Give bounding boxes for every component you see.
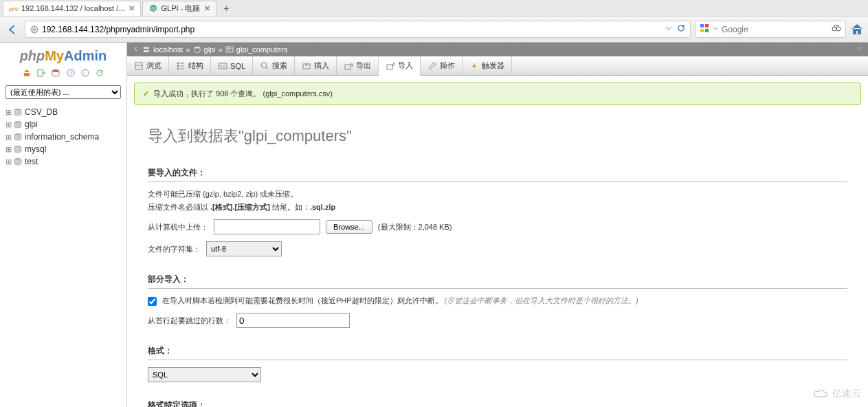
tab-import[interactable]: 导入 bbox=[379, 56, 421, 76]
structure-icon bbox=[176, 61, 186, 71]
svg-text:?: ? bbox=[69, 70, 73, 76]
format-options-section: 格式特定选项： bbox=[148, 399, 847, 407]
export-icon bbox=[344, 61, 353, 71]
table-icon bbox=[225, 45, 234, 54]
upload-label: 从计算机中上传： bbox=[148, 222, 208, 232]
import-content: 导入到数据表"glpi_computers" 要导入的文件： 文件可能已压缩 (… bbox=[127, 112, 868, 407]
charset-label: 文件的字符集： bbox=[148, 244, 201, 254]
content: localhost » glpi » glpi_computers 浏览 结构 … bbox=[127, 43, 868, 407]
svg-rect-10 bbox=[38, 69, 43, 76]
svg-text:pMA: pMA bbox=[9, 6, 19, 12]
sidebar-icons: ? i bbox=[5, 68, 121, 80]
reload-icon[interactable] bbox=[95, 68, 104, 80]
svg-rect-22 bbox=[144, 50, 149, 52]
svg-rect-21 bbox=[144, 47, 149, 49]
binocular-icon[interactable] bbox=[832, 23, 841, 35]
tab-browse[interactable]: 浏览 bbox=[127, 56, 169, 75]
tab-operations[interactable]: 操作 bbox=[421, 56, 463, 75]
svg-point-9 bbox=[836, 27, 841, 31]
sidebar: phpMyAdmin ? i (最近使用的表) ... CSV_DB glpi … bbox=[0, 43, 127, 407]
svg-rect-41 bbox=[387, 65, 392, 69]
import-icon bbox=[386, 61, 395, 71]
upload-row: 从计算机中上传： Browse... (最大限制：2,048 KB) bbox=[148, 219, 847, 234]
url-bar[interactable] bbox=[25, 21, 691, 38]
tab-export[interactable]: 导出 bbox=[337, 56, 379, 75]
skip-label: 从首行起要跳过的行数： bbox=[148, 316, 231, 326]
svg-text:i: i bbox=[85, 71, 86, 76]
tab-insert[interactable]: 插入 bbox=[295, 56, 337, 75]
nav-back-icon[interactable] bbox=[133, 45, 140, 54]
database-tree: CSV_DB glpi information_schema mysql tes… bbox=[5, 106, 121, 168]
page-title: 导入到数据表"glpi_computers" bbox=[148, 126, 847, 146]
help-icon[interactable]: i bbox=[80, 68, 90, 80]
db-item-test[interactable]: test bbox=[5, 155, 121, 168]
breadcrumb-database[interactable]: glpi bbox=[204, 45, 216, 54]
tab-title: 192.168.144.132 / localhost /... bbox=[21, 4, 124, 12]
server-icon bbox=[142, 45, 151, 54]
tab-close-icon[interactable]: ✕ bbox=[129, 4, 135, 13]
breadcrumb-close-icon[interactable] bbox=[856, 45, 863, 54]
svg-point-23 bbox=[194, 47, 200, 49]
svg-point-37 bbox=[261, 63, 267, 68]
partial-section: 部分导入： 在导入时脚本若检测到可能需要花费很长时间（接近PHP超时的限定）则允… bbox=[148, 274, 847, 328]
home-icon[interactable] bbox=[22, 68, 32, 80]
format-select[interactable]: SQL bbox=[148, 367, 261, 382]
search-input[interactable] bbox=[722, 25, 832, 34]
file-section: 要导入的文件： 文件可能已压缩 (gzip, bzip2, zip) 或未压缩。… bbox=[148, 167, 847, 256]
reload-icon[interactable] bbox=[676, 23, 686, 35]
success-text: 导入成功，执行了 908 个查询。 (glpi_computers.csv) bbox=[153, 89, 333, 99]
svg-text:SQL: SQL bbox=[219, 64, 226, 68]
search-box[interactable] bbox=[695, 21, 846, 38]
filename-hint: 压缩文件名必须以 .[格式].[压缩方式] 结尾。如：.sql.zip bbox=[148, 202, 847, 212]
tab-structure[interactable]: 结构 bbox=[169, 56, 211, 75]
breadcrumb-server[interactable]: localhost bbox=[153, 45, 183, 54]
tab-sql[interactable]: SQLSQL bbox=[211, 56, 253, 75]
allow-interrupt-checkbox[interactable] bbox=[148, 297, 157, 306]
back-button[interactable] bbox=[4, 21, 21, 38]
database-icon bbox=[13, 145, 23, 153]
svg-rect-6 bbox=[700, 29, 704, 32]
browser-tab-2[interactable]: G GLPI - 电脑 ✕ bbox=[142, 1, 216, 16]
db-item-information_schema[interactable]: information_schema bbox=[5, 131, 121, 143]
db-item-csv_db[interactable]: CSV_DB bbox=[5, 106, 121, 118]
docs-icon[interactable]: ? bbox=[66, 68, 76, 80]
url-input[interactable] bbox=[42, 25, 664, 34]
sql-icon[interactable] bbox=[51, 68, 60, 80]
svg-point-31 bbox=[177, 67, 179, 69]
browse-button[interactable]: Browse... bbox=[326, 220, 372, 234]
charset-select[interactable]: utf-8 bbox=[206, 241, 282, 256]
format-row: SQL bbox=[148, 367, 847, 382]
home-icon[interactable] bbox=[850, 23, 864, 36]
upload-filepath-input[interactable] bbox=[214, 219, 320, 234]
svg-point-30 bbox=[177, 65, 179, 67]
pma-logo: phpMyAdmin bbox=[5, 48, 121, 64]
format-section: 格式： SQL bbox=[148, 345, 847, 382]
db-item-glpi[interactable]: glpi bbox=[5, 118, 121, 131]
file-section-title: 要导入的文件： bbox=[148, 167, 847, 182]
skip-rows-input[interactable] bbox=[236, 313, 350, 328]
logout-icon[interactable] bbox=[36, 68, 46, 80]
search-icon bbox=[260, 61, 269, 71]
svg-point-29 bbox=[177, 62, 179, 64]
browser-tab-1[interactable]: pMA 192.168.144.132 / localhost /... ✕ bbox=[3, 1, 141, 16]
success-message: ✓ 导入成功，执行了 908 个查询。 (glpi_computers.csv) bbox=[134, 82, 861, 105]
browser-tabs: pMA 192.168.144.132 / localhost /... ✕ G… bbox=[0, 0, 868, 16]
breadcrumb-table[interactable]: glpi_computers bbox=[236, 45, 288, 54]
recent-tables-select[interactable]: (最近使用的表) ... bbox=[5, 85, 121, 99]
search-dropdown-icon[interactable] bbox=[712, 25, 719, 34]
tab-title: GLPI - 电脑 bbox=[161, 3, 200, 14]
tab-search[interactable]: 搜索 bbox=[253, 56, 295, 75]
svg-text:G: G bbox=[151, 6, 155, 12]
tab-close-icon[interactable]: ✕ bbox=[204, 4, 210, 13]
db-item-mysql[interactable]: mysql bbox=[5, 143, 121, 155]
database-icon bbox=[13, 108, 23, 116]
format-section-title: 格式： bbox=[148, 345, 847, 360]
partial-checkbox-row: 在导入时脚本若检测到可能需要花费很长时间（接近PHP超时的限定）则允许中断。 (… bbox=[148, 296, 847, 306]
tab-triggers[interactable]: 触发器 bbox=[463, 56, 512, 75]
new-tab-button[interactable]: + bbox=[218, 1, 234, 15]
wrench-icon bbox=[427, 61, 437, 71]
svg-rect-24 bbox=[226, 47, 233, 52]
history-dropdown-icon[interactable] bbox=[664, 23, 674, 35]
format-options-title: 格式特定选项： bbox=[148, 399, 847, 407]
database-icon bbox=[13, 120, 23, 129]
